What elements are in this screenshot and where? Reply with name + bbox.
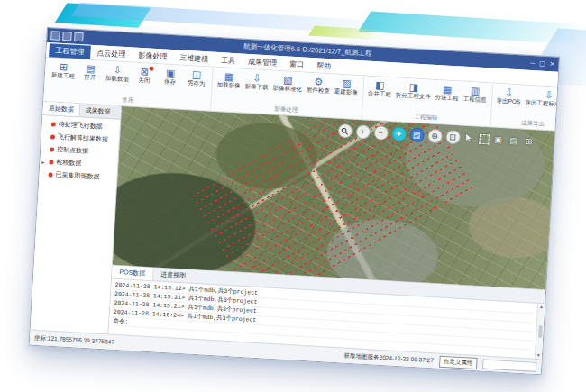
save-as-icon: ◫ — [192, 68, 202, 80]
tab-help[interactable]: 帮助 — [310, 59, 338, 74]
image-standardize-icon: ▧ — [283, 74, 293, 86]
quick-undo-icon[interactable] — [62, 32, 72, 41]
decor-pale-ribbon-left — [71, 3, 380, 34]
export-pos-button[interactable]: ⇩ 导出POS — [494, 86, 523, 108]
open-button[interactable]: ▤ 打开 — [78, 61, 104, 84]
export-results-icon: ⇩ — [545, 89, 554, 101]
rebuild-image-button[interactable]: ▨ 重建影像 — [333, 76, 361, 98]
box-select-icon[interactable] — [479, 133, 490, 144]
zoom-out-icon[interactable]: − — [373, 125, 389, 141]
window-controls: ─ ▢ ✕ — [530, 59, 555, 68]
attachment-check-icon: ⚙ — [314, 76, 324, 87]
red-dot-icon — [50, 134, 55, 139]
save-as-button[interactable]: ◫ 另存为 — [183, 68, 209, 90]
drone-tool-icon[interactable]: ✈ — [391, 126, 407, 141]
block-project-button[interactable]: ▦ 分块工程 — [433, 82, 461, 105]
zoom-in-icon[interactable]: + — [355, 124, 371, 140]
load-data-button[interactable]: ⇩ 加载数据 — [103, 63, 131, 86]
coordinates-readout: 坐标:121.7855756,29.3775847 — [34, 333, 114, 346]
tab-pos-data[interactable]: POS数据 — [112, 266, 154, 281]
log-scrollbar[interactable]: ▲ ▼ — [535, 304, 545, 359]
export-results-button[interactable]: ⇩ 导出工程标准成果 — [523, 87, 557, 111]
tree-item-control-point-data[interactable]: 控制点数据 — [42, 144, 116, 158]
data-sidebar: 原始数据 成果数据 待处理飞行数据 飞行解算结果数据 控制点数据 — [31, 102, 122, 334]
app-window: 航测一体化管理6.5-D:/2021/12/7_航测工程 ─ ▢ ✕ 工程管理 … — [29, 27, 560, 375]
block-project-icon: ▦ — [443, 83, 453, 95]
data-tree: 待处理飞行数据 飞行解算结果数据 控制点数据 ▸ 检校数据 — [39, 115, 120, 187]
project-info-button[interactable]: ▥ 工程信息 — [461, 84, 489, 106]
custom-attribute-button[interactable]: 自定义属性 — [439, 355, 478, 369]
quick-access-toolbar — [50, 31, 84, 41]
image-download-icon: ⇩ — [252, 72, 261, 84]
ribbon-group-project-edit: ◧ 合并工程 ◨ 拆分工程文件 ▦ 分块工程 ▥ 工程信息 工程编辑 — [362, 77, 492, 126]
red-dot-icon — [50, 147, 54, 151]
image-standardize-button[interactable]: ▧ 影像标准化 — [270, 72, 305, 95]
scroll-up-icon[interactable]: ▲ — [539, 305, 544, 309]
maximize-icon[interactable]: ▢ — [539, 60, 545, 68]
load-image-button[interactable]: ▦ 加载影像 — [215, 69, 243, 92]
tree-item-flight-solution-data[interactable]: 飞行解算结果数据 — [43, 132, 117, 145]
ribbon-group-export: ⇩ 导出POS ⇩ 导出工程标准成果 成果导出 — [490, 85, 557, 132]
ribbon-group-image: ▦ 加载影像 ⇩ 影像下载 ▧ 影像标准化 ⚙ 附件检查 ▨ 重建影像 — [211, 68, 364, 120]
save-icon: ▣ — [166, 68, 176, 79]
quick-save-icon[interactable] — [50, 31, 60, 41]
layers-icon[interactable]: ▤ — [409, 127, 425, 142]
search-icon[interactable] — [337, 123, 353, 139]
expand-arrow-icon[interactable]: ▸ — [41, 158, 46, 164]
map-column: + − ✈ ▤ ⊕ ⊡ ▣ ▤ ⊞ POS数据 — [109, 106, 555, 359]
quick-redo-icon[interactable] — [74, 32, 84, 42]
tab-tools[interactable]: 工具 — [215, 53, 243, 68]
tab-project-management[interactable]: 工程管理 — [49, 43, 91, 59]
tree-item-pending-flight-data[interactable]: 待处理飞行数据 — [44, 119, 118, 132]
satellite-map-view[interactable]: + − ✈ ▤ ⊕ ⊡ ▣ ▤ ⊞ — [113, 106, 554, 289]
tree-item-calibration-data[interactable]: ▸ 检校数据 — [41, 157, 115, 170]
decor-green-ribbon-right — [308, 26, 388, 41]
decor-cyan-ribbon-left — [55, 3, 151, 27]
minimize-icon[interactable]: ─ — [530, 59, 535, 67]
save-button[interactable]: ▣ 保存 — [157, 66, 183, 88]
map-service-status: 获取地图服务2024-12-22 09:37:27 — [343, 351, 434, 365]
new-project-button[interactable]: ⊞ 新建工程 — [50, 59, 78, 82]
image-download-button[interactable]: ⇩ 影像下载 — [243, 71, 270, 94]
grid-tool-icon[interactable]: ⊞ — [523, 135, 536, 148]
merge-project-button[interactable]: ◧ 合并工程 — [366, 78, 394, 101]
red-dot-icon — [49, 160, 53, 164]
red-dot-icon — [51, 122, 56, 126]
export-pos-icon: ⇩ — [505, 87, 514, 98]
close-project-button[interactable]: ⊠ 关闭 — [131, 65, 157, 87]
main-content: 原始数据 成果数据 待处理飞行数据 飞行解算结果数据 控制点数据 — [31, 102, 555, 359]
tab-results[interactable]: 成果管理 — [242, 55, 284, 71]
open-folder-icon: ▤ — [86, 63, 96, 75]
load-image-icon: ▦ — [224, 70, 234, 82]
cursor-tool-icon[interactable] — [463, 132, 476, 144]
sidebar-tab-raw-data[interactable]: 原始数据 — [42, 102, 80, 116]
merge-project-icon: ◧ — [375, 79, 385, 91]
full-extent-icon[interactable]: ⊡ — [445, 130, 461, 145]
close-icon[interactable]: ✕ — [549, 60, 554, 68]
scroll-down-icon[interactable]: ▼ — [536, 353, 541, 358]
decor-cyan-ribbon-right — [359, 12, 586, 45]
status-input-field[interactable] — [482, 359, 537, 371]
scrollbar-thumb[interactable] — [538, 324, 543, 337]
sidebar-tab-result-data[interactable]: 成果数据 — [79, 104, 116, 118]
tree-item-collected-patch-data[interactable]: 已采集图斑数据 — [41, 169, 114, 183]
split-project-icon: ◨ — [408, 81, 418, 93]
new-project-icon: ⊞ — [60, 61, 69, 73]
pan-hand-icon[interactable]: ▣ — [492, 133, 505, 146]
layer-stack-icon[interactable]: ▤ — [508, 134, 520, 147]
tab-image-processing[interactable]: 影像处理 — [132, 48, 174, 64]
tab-pointcloud[interactable]: 点云处理 — [90, 46, 133, 62]
split-project-button[interactable]: ◨ 拆分工程文件 — [393, 79, 433, 102]
red-dot-icon — [48, 172, 52, 177]
tab-progress-view[interactable]: 进度视图 — [153, 268, 194, 283]
attachment-check-button[interactable]: ⚙ 附件检查 — [305, 75, 333, 97]
locate-crosshair-icon[interactable]: ⊕ — [427, 129, 443, 144]
tab-3d-modeling[interactable]: 三维建模 — [173, 50, 215, 67]
load-data-icon: ⇩ — [113, 64, 122, 76]
tab-window[interactable]: 窗口 — [283, 57, 311, 72]
project-info-icon: ▥ — [471, 85, 481, 96]
notification-badge — [148, 66, 154, 72]
rebuild-image-icon: ▨ — [342, 77, 352, 89]
